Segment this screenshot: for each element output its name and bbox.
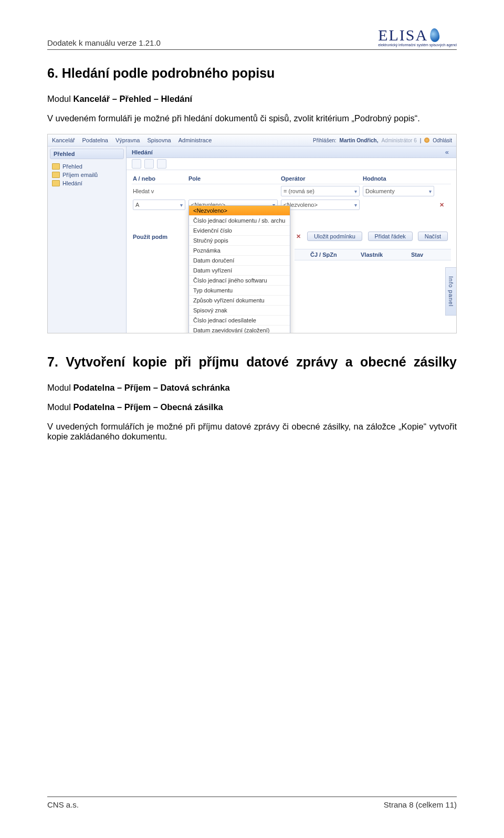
dropdown-item[interactable]: Stručný popis	[189, 236, 290, 246]
select-value: A	[135, 202, 139, 208]
add-row-button[interactable]: Přidat řádek	[368, 232, 413, 241]
logo-text: ELISA	[378, 26, 428, 44]
main-area: Hledání « A / nebo Pole Operátor Hodnota	[127, 146, 456, 333]
row1-label: Hledat v	[133, 188, 185, 194]
sidebar-item-prehled[interactable]: Přehled	[50, 162, 124, 171]
login-user: Martin Ondřich,	[340, 138, 379, 143]
criteria-row: A▾ <Nezvoleno>▾ <Nezvoleno>▾ ✕	[132, 198, 451, 212]
login-prefix: Přihlášen:	[313, 138, 336, 143]
col-field: Pole	[188, 175, 278, 182]
logout-link[interactable]: Odhlásit	[433, 138, 452, 143]
row2-andor-select[interactable]: A▾	[133, 200, 185, 210]
dropdown-item[interactable]: Způsob vyřízení dokumentu	[189, 296, 290, 306]
dropdown-item[interactable]: Typ dokumentu	[189, 286, 290, 296]
section7-paragraph: V uvedených formulářích je možné při pří…	[47, 422, 457, 442]
criteria-header-row: A / nebo Pole Operátor Hodnota	[132, 173, 451, 184]
dropdown-item[interactable]: Spisový znak	[189, 306, 290, 316]
caret-icon: ▾	[429, 188, 432, 194]
delete-row-icon[interactable]: ✕	[437, 201, 446, 209]
col-operator: Operátor	[281, 175, 360, 182]
document-header: Dodatek k manuálu verze 1.21.0 ELISA ele…	[47, 26, 457, 50]
section7-module-line-1: Modul Podatelna – Příjem – Datová schrán…	[47, 383, 457, 393]
sidebar-item-label: Příjem emailů	[62, 172, 98, 178]
dropdown-item[interactable]: Datum zaevidování (založení)	[189, 326, 290, 333]
select-value: = (rovná se)	[284, 188, 314, 194]
dropdown-item[interactable]: Číslo jednací odesílatele	[189, 316, 290, 326]
dropdown-item[interactable]: Poznámka	[189, 246, 290, 256]
menu-vypravna[interactable]: Výpravna	[116, 137, 140, 143]
results-col-state: Stav	[411, 252, 448, 258]
sidebar-title: Přehled	[50, 149, 124, 159]
sidebar: Přehled Přehled Příjem emailů Hledání	[48, 146, 127, 333]
results-col-cj: ČJ / SpZn	[310, 252, 358, 258]
logo-subtitle: elektronický informační systém spisových…	[378, 43, 457, 47]
row2-operator-select[interactable]: <Nezvoleno>▾	[281, 200, 360, 210]
module-path: Podatelna – Příjem – Datová schránka	[74, 383, 230, 392]
info-panel-tab[interactable]: Info panel	[445, 267, 456, 316]
results-header: ČJ / SpZn Vlastník Stav	[295, 249, 451, 260]
caret-icon: ▾	[180, 202, 183, 208]
toolbar-button[interactable]	[132, 159, 141, 169]
menu-podatelna[interactable]: Podatelna	[82, 137, 108, 143]
dropdown-item[interactable]: Číslo jednací jiného softwaru	[189, 276, 290, 286]
dropdown-item[interactable]: Evidenční číslo	[189, 226, 290, 236]
main-title: Hledání	[132, 149, 153, 155]
module-prefix: Modul	[47, 94, 74, 103]
folder-icon	[52, 163, 60, 170]
col-and-or: A / nebo	[133, 175, 185, 182]
sidebar-item-hledani[interactable]: Hledání	[50, 179, 124, 187]
footer-right: Strana 8 (celkem 11)	[384, 800, 457, 809]
module-prefix: Modul	[47, 402, 74, 412]
footer-left: CNS a.s.	[47, 800, 79, 809]
sidebar-item-label: Přehled	[62, 163, 82, 170]
section7-module-line-2: Modul Podatelna – Příjem – Obecná zásilk…	[47, 402, 457, 412]
folder-icon	[52, 172, 60, 178]
results-col-owner: Vlastník	[361, 252, 408, 258]
app-screenshot: Kancelář Podatelna Výpravna Spisovna Adm…	[47, 134, 457, 333]
logout-icon[interactable]	[424, 138, 429, 143]
row1-value-select[interactable]: Dokumenty▾	[363, 186, 434, 196]
dropdown-item[interactable]: Číslo jednací dokumentu / sb. archu	[189, 216, 290, 226]
dropdown-item[interactable]: Datum vyřízení	[189, 266, 290, 276]
toolbar	[127, 158, 456, 170]
menu-administrace[interactable]: Administrace	[178, 137, 212, 143]
collapse-icon[interactable]: «	[443, 148, 451, 156]
col-value: Hodnota	[363, 175, 434, 182]
field-dropdown[interactable]: <Nezvoleno>Číslo jednací dokumentu / sb.…	[188, 205, 290, 333]
criteria-row: Hledat v = (rovná se)▾ Dokumenty▾	[132, 184, 451, 198]
save-condition-button[interactable]: Uložit podmínku	[307, 232, 362, 241]
toolbar-button[interactable]	[157, 159, 166, 169]
menu-kancelar[interactable]: Kancelář	[52, 137, 75, 143]
select-value: Dokumenty	[365, 188, 395, 194]
logo: ELISA elektronický informační systém spi…	[378, 26, 457, 47]
page-footer: CNS a.s. Strana 8 (celkem 11)	[47, 797, 457, 809]
login-role: Administrátor 6	[381, 138, 416, 143]
load-button[interactable]: Načíst	[418, 232, 448, 241]
module-prefix: Modul	[47, 383, 74, 392]
document-title: Dodatek k manuálu verze 1.21.0	[47, 38, 161, 47]
section6-module-line: Modul Kancelář – Přehled – Hledání	[47, 94, 457, 104]
use-condition-label: Použít podm	[133, 234, 167, 240]
logo-drop-icon	[429, 28, 440, 42]
dropdown-item[interactable]: Datum doručení	[189, 256, 290, 266]
section6-paragraph: V uvedeném formuláři je možné při hledán…	[47, 113, 457, 123]
menu-spisovna[interactable]: Spisovna	[147, 137, 171, 143]
section6-title: 6. Hledání podle podrobného popisu	[47, 66, 457, 81]
caret-icon: ▾	[354, 202, 357, 208]
sidebar-item-label: Hledání	[62, 180, 82, 186]
toolbar-button[interactable]	[144, 159, 154, 169]
row1-operator-select[interactable]: = (rovná se)▾	[281, 186, 360, 196]
dropdown-item[interactable]: <Nezvoleno>	[189, 206, 290, 216]
module-path: Kancelář – Přehled – Hledání	[74, 94, 193, 103]
delete-icon[interactable]: ✕	[295, 233, 302, 240]
section7-title: 7. Vytvoření kopie při příjmu datové zpr…	[47, 354, 457, 370]
module-path: Podatelna – Příjem – Obecná zásilka	[74, 402, 223, 412]
folder-icon	[52, 180, 60, 186]
caret-icon: ▾	[354, 188, 357, 194]
sidebar-item-prijem[interactable]: Příjem emailů	[50, 171, 124, 179]
app-menu-bar: Kancelář Podatelna Výpravna Spisovna Adm…	[48, 134, 456, 146]
